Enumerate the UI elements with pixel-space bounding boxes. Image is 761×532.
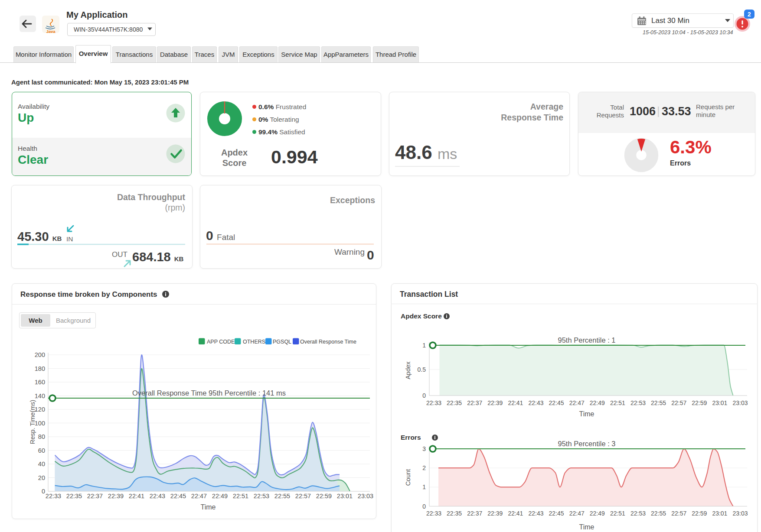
svg-text:3: 3 <box>422 445 426 452</box>
svg-text:22:47: 22:47 <box>191 493 207 500</box>
svg-text:22:57: 22:57 <box>671 399 686 406</box>
svg-text:23:01: 23:01 <box>337 493 353 500</box>
svg-text:22:39: 22:39 <box>487 510 503 517</box>
svg-text:0: 0 <box>422 503 426 510</box>
svg-text:22:41: 22:41 <box>508 399 523 406</box>
svg-text:22:55: 22:55 <box>274 493 290 500</box>
svg-text:22:45: 22:45 <box>549 510 564 517</box>
svg-text:23:03: 23:03 <box>732 399 748 406</box>
svg-text:Resp. Time(ms): Resp. Time(ms) <box>29 400 36 444</box>
svg-text:22:53: 22:53 <box>254 493 269 500</box>
svg-text:160: 160 <box>35 379 45 386</box>
svg-text:22:33: 22:33 <box>426 510 441 517</box>
svg-text:22:51: 22:51 <box>610 399 625 406</box>
svg-text:22:59: 22:59 <box>316 493 332 500</box>
svg-text:20: 20 <box>38 474 45 481</box>
svg-text:22:43: 22:43 <box>528 510 543 517</box>
svg-text:22:35: 22:35 <box>447 399 462 406</box>
svg-text:22:47: 22:47 <box>569 510 585 517</box>
svg-text:2: 2 <box>422 464 426 471</box>
svg-text:23:03: 23:03 <box>358 493 373 500</box>
svg-text:22:41: 22:41 <box>129 493 144 500</box>
svg-text:22:45: 22:45 <box>549 399 564 406</box>
svg-text:40: 40 <box>38 461 45 467</box>
svg-text:Time: Time <box>201 503 216 511</box>
svg-text:95th Percentile : 3: 95th Percentile : 3 <box>558 440 616 448</box>
svg-text:Java: Java <box>46 29 56 34</box>
svg-text:22:57: 22:57 <box>295 493 311 500</box>
svg-text:120: 120 <box>35 406 45 413</box>
svg-text:22:35: 22:35 <box>447 510 462 517</box>
svg-text:140: 140 <box>35 393 45 399</box>
svg-text:22:51: 22:51 <box>610 510 625 517</box>
svg-text:22:35: 22:35 <box>66 493 82 500</box>
svg-text:200: 200 <box>35 351 45 358</box>
svg-text:100: 100 <box>35 420 45 427</box>
svg-text:22:37: 22:37 <box>87 493 103 500</box>
svg-text:0.5: 0.5 <box>418 366 426 373</box>
svg-text:22:55: 22:55 <box>651 399 666 406</box>
svg-text:22:59: 22:59 <box>692 399 707 406</box>
svg-text:22:53: 22:53 <box>630 399 646 406</box>
svg-text:1: 1 <box>422 342 426 349</box>
svg-text:22:51: 22:51 <box>233 493 248 500</box>
svg-text:80: 80 <box>38 433 45 440</box>
svg-text:22:41: 22:41 <box>508 510 523 517</box>
svg-text:22:53: 22:53 <box>630 510 646 517</box>
svg-text:Time: Time <box>579 523 594 531</box>
svg-text:Time: Time <box>579 410 594 418</box>
svg-text:22:43: 22:43 <box>528 399 543 406</box>
svg-text:22:55: 22:55 <box>651 510 666 517</box>
svg-text:Count: Count <box>405 469 412 486</box>
svg-text:0: 0 <box>422 392 426 399</box>
svg-text:60: 60 <box>38 447 45 454</box>
svg-text:22:49: 22:49 <box>590 510 605 517</box>
svg-text:22:39: 22:39 <box>487 399 503 406</box>
svg-text:22:39: 22:39 <box>108 493 124 500</box>
svg-text:Overall Response Time 95th Per: Overall Response Time 95th Percentile : … <box>132 389 286 397</box>
svg-text:0: 0 <box>42 488 45 495</box>
svg-text:22:49: 22:49 <box>590 399 605 406</box>
svg-text:1: 1 <box>422 483 426 490</box>
svg-text:22:37: 22:37 <box>467 510 482 517</box>
svg-text:Apdex: Apdex <box>405 361 412 380</box>
svg-text:22:33: 22:33 <box>426 399 441 406</box>
svg-text:22:47: 22:47 <box>569 399 585 406</box>
svg-text:22:37: 22:37 <box>467 399 482 406</box>
svg-text:23:03: 23:03 <box>732 510 748 517</box>
svg-text:22:59: 22:59 <box>692 510 707 517</box>
svg-text:22:57: 22:57 <box>671 510 686 517</box>
svg-text:22:33: 22:33 <box>46 493 61 500</box>
svg-text:23:01: 23:01 <box>712 510 727 517</box>
svg-text:180: 180 <box>35 365 45 372</box>
svg-text:22:45: 22:45 <box>170 493 186 500</box>
svg-text:95th Percentile : 1: 95th Percentile : 1 <box>558 336 616 344</box>
svg-text:22:49: 22:49 <box>212 493 228 500</box>
svg-text:2: 2 <box>748 11 751 18</box>
svg-text:23:01: 23:01 <box>712 399 727 406</box>
svg-text:22:43: 22:43 <box>150 493 165 500</box>
